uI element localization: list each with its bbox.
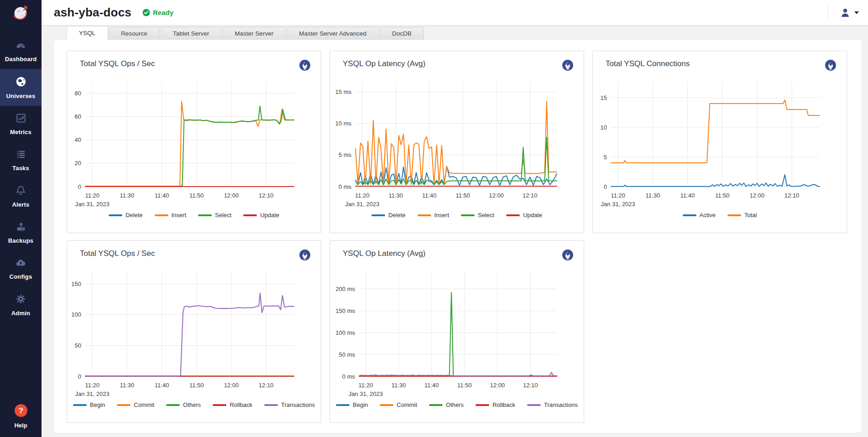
legend-item-transactions[interactable]: Transactions — [527, 401, 578, 408]
legend-swatch — [73, 404, 87, 406]
legend-item-active[interactable]: Active — [683, 212, 716, 218]
sidebar-item-alerts[interactable]: Alerts — [0, 178, 42, 214]
cloud-upload-icon — [15, 257, 27, 270]
tab-docdb[interactable]: DocDB — [380, 27, 424, 40]
legend-item-select[interactable]: Select — [461, 212, 494, 218]
content: YSQL Resource Tablet Server Master Serve… — [42, 26, 868, 437]
legend-item-others[interactable]: Others — [429, 401, 464, 408]
svg-text:0 ms: 0 ms — [342, 373, 356, 380]
prometheus-icon[interactable] — [562, 249, 574, 261]
prometheus-icon[interactable] — [825, 59, 837, 71]
status-badge: Ready — [142, 9, 173, 16]
sidebar-item-tasks[interactable]: Tasks — [0, 142, 42, 178]
svg-text:11:20: 11:20 — [359, 382, 373, 389]
legend-label: Insert — [434, 212, 450, 218]
tab-master-server[interactable]: Master Server — [222, 27, 286, 40]
chart-title: YSQL Op Latency (Avg) — [343, 249, 425, 258]
user-icon — [839, 7, 851, 19]
svg-text:10 ms: 10 ms — [335, 120, 352, 127]
sidebar-item-dashboard[interactable]: Dashboard — [0, 33, 42, 69]
tab-ysql[interactable]: YSQL — [67, 26, 108, 40]
legend-item-total[interactable]: Total — [727, 212, 757, 218]
tab-resource[interactable]: Resource — [109, 27, 160, 40]
legend-item-insert[interactable]: Insert — [155, 212, 187, 218]
legend-swatch — [336, 404, 350, 406]
gauge-icon — [15, 40, 27, 52]
svg-text:11:30: 11:30 — [388, 192, 403, 199]
legend-swatch — [166, 404, 180, 406]
chart-legend: DeleteInsertSelectUpdate — [67, 212, 321, 218]
chart-card-ysql-op-latency: YSQL Op Latency (Avg) 0 ms5 ms10 ms15 ms… — [329, 51, 584, 233]
legend-item-delete[interactable]: Delete — [371, 212, 406, 218]
tab-tablet-server[interactable]: Tablet Server — [161, 27, 222, 40]
chart-title: Total YSQL Connections — [606, 59, 690, 68]
legend-item-select[interactable]: Select — [198, 212, 231, 218]
legend-item-begin[interactable]: Begin — [73, 401, 105, 408]
app-logo[interactable] — [0, 0, 42, 26]
legend-swatch — [429, 404, 443, 406]
line-chart[interactable]: 05101511:2011:3011:4011:5012:0012:10Jan … — [593, 72, 847, 209]
legend-item-rollback[interactable]: Rollback — [476, 401, 515, 408]
legend-item-delete[interactable]: Delete — [109, 212, 143, 218]
chart-card-total-ysql-transactions: Total YSQL Ops / Sec 05010015011:2011:30… — [67, 240, 321, 423]
user-menu-button[interactable] — [839, 7, 859, 19]
app-root: Dashboard Universes — [0, 0, 868, 437]
legend-swatch — [264, 404, 278, 406]
chart-card-ysql-transaction-latency: YSQL Op Latency (Avg) 0 ms50 ms100 ms150… — [329, 240, 584, 423]
legend-swatch — [109, 214, 122, 216]
svg-text:12:10: 12:10 — [523, 192, 538, 199]
legend-item-update[interactable]: Update — [506, 212, 542, 218]
legend-label: Insert — [172, 212, 187, 218]
line-chart[interactable]: 0 ms5 ms10 ms15 ms11:2011:3011:4011:5012… — [330, 72, 584, 209]
svg-text:20: 20 — [75, 160, 81, 166]
logo-icon — [11, 3, 31, 24]
sidebar-item-help[interactable]: ? Help — [0, 397, 42, 437]
prometheus-icon[interactable] — [299, 249, 311, 261]
svg-text:12:00: 12:00 — [224, 382, 239, 389]
prometheus-icon[interactable] — [299, 59, 311, 71]
svg-text:15 ms: 15 ms — [335, 88, 352, 95]
legend-label: Total — [744, 212, 757, 218]
svg-text:0: 0 — [78, 183, 81, 190]
svg-text:12:10: 12:10 — [523, 382, 538, 389]
sidebar-item-universes[interactable]: Universes — [0, 69, 42, 106]
tab-master-server-advanced[interactable]: Master Server Advanced — [287, 27, 379, 40]
legend-item-commit[interactable]: Commit — [117, 401, 154, 408]
main-area: ash-yba-docs Ready — [42, 0, 868, 437]
legend-item-update[interactable]: Update — [243, 212, 279, 218]
line-chart[interactable]: 05010015011:2011:3011:4011:5012:0012:10J… — [67, 262, 321, 399]
chart-title: Total YSQL Ops / Sec — [80, 59, 155, 68]
chart-card-total-ysql-connections: Total YSQL Connections 05101511:2011:301… — [592, 51, 847, 233]
sidebar-item-backups[interactable]: Backups — [0, 214, 42, 250]
help-icon: ? — [14, 404, 28, 419]
legend-item-others[interactable]: Others — [166, 401, 201, 408]
svg-text:50 ms: 50 ms — [339, 351, 356, 358]
legend-swatch — [727, 214, 741, 216]
sidebar-item-configs[interactable]: Configs — [0, 250, 42, 286]
legend-swatch — [476, 404, 489, 406]
sidebar-item-admin[interactable]: Admin — [0, 286, 42, 323]
svg-text:11:30: 11:30 — [120, 382, 135, 389]
line-chart[interactable]: 02040608011:2011:3011:4011:5012:0012:10J… — [67, 72, 321, 209]
line-chart[interactable]: 0 ms50 ms100 ms150 ms200 ms11:2011:3011:… — [330, 262, 584, 399]
legend-item-transactions[interactable]: Transactions — [264, 401, 315, 408]
prometheus-icon[interactable] — [562, 59, 574, 71]
legend-swatch — [683, 214, 696, 216]
svg-text:Jan 31, 2023: Jan 31, 2023 — [75, 390, 110, 397]
sidebar-item-metrics[interactable]: Metrics — [0, 106, 42, 142]
svg-text:12:00: 12:00 — [224, 192, 239, 199]
legend-swatch — [213, 404, 226, 406]
svg-text:40: 40 — [75, 136, 81, 143]
legend-item-rollback[interactable]: Rollback — [213, 401, 252, 408]
legend-item-commit[interactable]: Commit — [380, 401, 417, 408]
svg-text:200 ms: 200 ms — [335, 286, 355, 292]
legend-label: Begin — [353, 401, 368, 408]
legend-item-begin[interactable]: Begin — [336, 401, 368, 408]
svg-text:11:40: 11:40 — [155, 382, 169, 389]
legend-item-insert[interactable]: Insert — [418, 212, 450, 218]
svg-text:50: 50 — [75, 342, 81, 349]
svg-text:60: 60 — [75, 113, 81, 120]
legend-label: Update — [260, 212, 279, 218]
gear-icon — [15, 293, 26, 307]
svg-text:11:30: 11:30 — [120, 192, 135, 199]
